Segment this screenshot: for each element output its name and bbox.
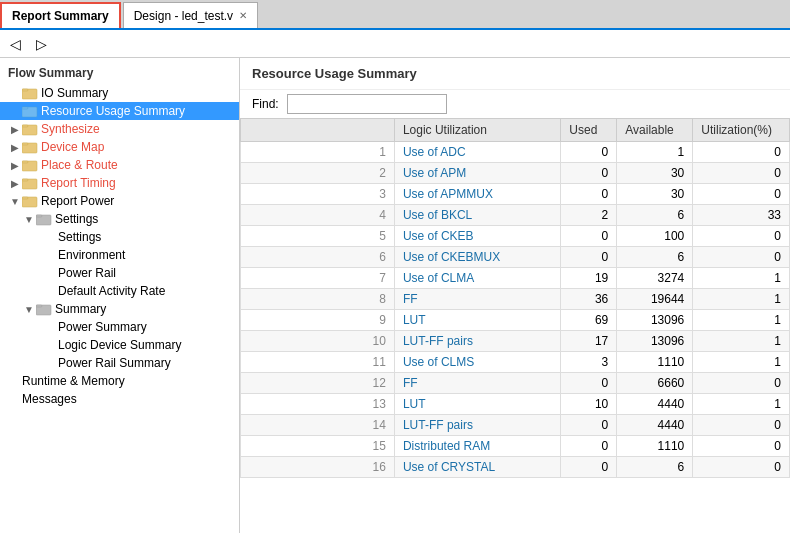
sidebar-item-power-rail[interactable]: Power Rail	[0, 264, 239, 282]
cell-logic-util: Use of CLMS	[394, 352, 560, 373]
sidebar-item-messages-label: Messages	[22, 392, 77, 406]
nav-back-button[interactable]: ◁	[4, 33, 26, 55]
sidebar-item-summary-group[interactable]: ▼ Summary	[0, 300, 239, 318]
cell-row-num: 7	[241, 268, 395, 289]
sidebar-item-environment[interactable]: Environment	[0, 246, 239, 264]
cell-logic-util: Use of ADC	[394, 142, 560, 163]
cell-utilization: 1	[693, 394, 790, 415]
table-row: 4Use of BKCL2633	[241, 205, 790, 226]
cell-available: 3274	[617, 268, 693, 289]
nav-forward-button[interactable]: ▷	[30, 33, 52, 55]
svg-rect-1	[22, 89, 28, 91]
arrow-logic-device-summary	[44, 340, 58, 351]
sidebar-item-device-map[interactable]: ▶ Device Map	[0, 138, 239, 156]
cell-logic-util: LUT	[394, 394, 560, 415]
cell-utilization: 0	[693, 184, 790, 205]
sidebar-item-place-route[interactable]: ▶ Place & Route	[0, 156, 239, 174]
cell-logic-util: Use of CRYSTAL	[394, 457, 560, 478]
cell-utilization: 0	[693, 163, 790, 184]
sidebar-item-settings-group[interactable]: ▼ Settings	[0, 210, 239, 228]
cell-available: 6	[617, 247, 693, 268]
arrow-runtime-memory	[8, 376, 22, 387]
sidebar-item-messages[interactable]: Messages	[0, 390, 239, 408]
sidebar-item-power-rail-summary[interactable]: Power Rail Summary	[0, 354, 239, 372]
tab-report-summary-label: Report Summary	[12, 9, 109, 23]
close-icon[interactable]: ✕	[239, 10, 247, 21]
arrow-settings-group: ▼	[22, 214, 36, 225]
arrow-device-map: ▶	[8, 142, 22, 153]
resource-usage-table: Logic Utilization Used Available Utiliza…	[240, 118, 790, 478]
cell-utilization: 0	[693, 142, 790, 163]
arrow-power-summary	[44, 322, 58, 333]
sidebar-item-logic-device-summary-label: Logic Device Summary	[58, 338, 181, 352]
find-label: Find:	[252, 97, 279, 111]
svg-rect-17	[36, 305, 42, 307]
table-row: 16Use of CRYSTAL060	[241, 457, 790, 478]
cell-available: 100	[617, 226, 693, 247]
svg-rect-7	[22, 143, 28, 145]
sidebar-item-synthesize[interactable]: ▶ Synthesize	[0, 120, 239, 138]
arrow-io-summary	[8, 88, 22, 99]
tab-report-summary[interactable]: Report Summary	[0, 2, 121, 28]
arrow-report-timing: ▶	[8, 178, 22, 189]
cell-available: 13096	[617, 310, 693, 331]
cell-used: 3	[561, 352, 617, 373]
cell-logic-util: Use of CKEBMUX	[394, 247, 560, 268]
sidebar-item-place-route-label: Place & Route	[41, 158, 118, 172]
sidebar-item-report-timing[interactable]: ▶ Report Timing	[0, 174, 239, 192]
arrow-default-activity	[44, 286, 58, 297]
folder-icon-synthesize	[22, 122, 38, 136]
folder-icon-device-map	[22, 140, 38, 154]
find-input[interactable]	[287, 94, 447, 114]
header-used: Used	[561, 119, 617, 142]
sidebar-item-resource-usage[interactable]: Resource Usage Summary	[0, 102, 239, 120]
cell-available: 6	[617, 205, 693, 226]
arrow-resource-usage	[8, 106, 22, 117]
table-row: 1Use of ADC010	[241, 142, 790, 163]
flow-summary-title: Flow Summary	[0, 62, 239, 84]
sidebar-item-settings[interactable]: Settings	[0, 228, 239, 246]
table-row: 15Distributed RAM011100	[241, 436, 790, 457]
table-row: 2Use of APM0300	[241, 163, 790, 184]
cell-utilization: 0	[693, 247, 790, 268]
cell-used: 0	[561, 142, 617, 163]
cell-available: 1	[617, 142, 693, 163]
sidebar-item-device-map-label: Device Map	[41, 140, 104, 154]
cell-logic-util: Use of BKCL	[394, 205, 560, 226]
sidebar-item-logic-device-summary[interactable]: Logic Device Summary	[0, 336, 239, 354]
sidebar-item-summary-group-label: Summary	[55, 302, 106, 316]
sidebar-item-settings-label: Settings	[58, 230, 101, 244]
cell-available: 13096	[617, 331, 693, 352]
sidebar-item-power-summary[interactable]: Power Summary	[0, 318, 239, 336]
cell-available: 6	[617, 457, 693, 478]
cell-used: 19	[561, 268, 617, 289]
tab-design[interactable]: Design - led_test.v ✕	[123, 2, 258, 28]
cell-available: 1110	[617, 436, 693, 457]
content-title: Resource Usage Summary	[240, 58, 790, 90]
cell-utilization: 1	[693, 289, 790, 310]
cell-utilization: 1	[693, 331, 790, 352]
svg-rect-15	[36, 215, 42, 217]
header-available: Available	[617, 119, 693, 142]
cell-row-num: 8	[241, 289, 395, 310]
folder-icon-report-timing	[22, 176, 38, 190]
cell-row-num: 12	[241, 373, 395, 394]
sidebar-item-default-activity[interactable]: Default Activity Rate	[0, 282, 239, 300]
cell-row-num: 3	[241, 184, 395, 205]
sidebar-item-io-summary[interactable]: IO Summary	[0, 84, 239, 102]
arrow-environment	[44, 250, 58, 261]
sidebar-item-report-power[interactable]: ▼ Report Power	[0, 192, 239, 210]
cell-logic-util: FF	[394, 289, 560, 310]
sidebar-item-power-summary-label: Power Summary	[58, 320, 147, 334]
sidebar-item-synthesize-label: Synthesize	[41, 122, 100, 136]
sidebar-item-report-timing-label: Report Timing	[41, 176, 116, 190]
cell-row-num: 16	[241, 457, 395, 478]
sidebar-item-runtime-memory[interactable]: Runtime & Memory	[0, 372, 239, 390]
cell-logic-util: LUT-FF pairs	[394, 415, 560, 436]
cell-used: 0	[561, 184, 617, 205]
cell-used: 69	[561, 310, 617, 331]
svg-rect-13	[22, 197, 28, 199]
arrow-summary-group: ▼	[22, 304, 36, 315]
find-row: Find:	[240, 90, 790, 118]
sidebar-item-settings-group-label: Settings	[55, 212, 98, 226]
